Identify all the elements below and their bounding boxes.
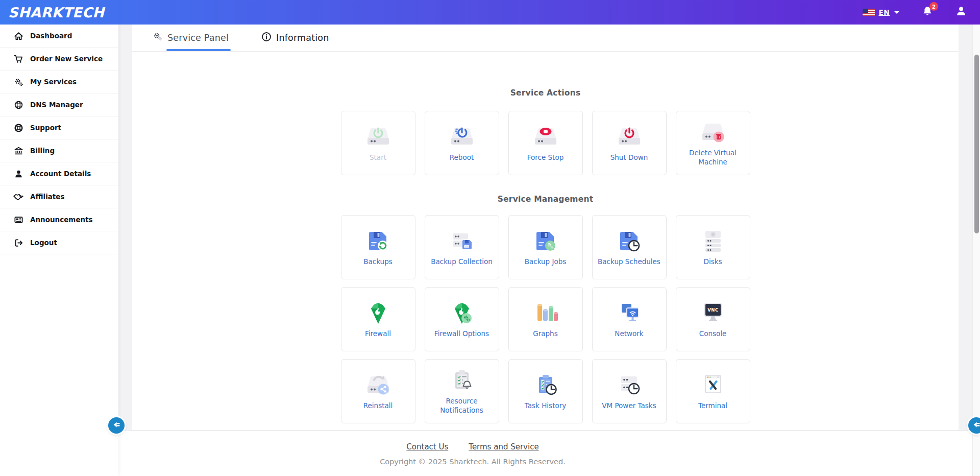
service-card-network[interactable]: Network — [592, 287, 667, 351]
top-bar: SHARKTECH EN 2 — [0, 0, 980, 25]
arrow-left-lines-icon — [112, 420, 121, 432]
user-icon — [13, 169, 23, 179]
service-card-vm-power-tasks[interactable]: VM Power Tasks — [592, 359, 667, 423]
language-switcher[interactable]: EN — [863, 8, 899, 16]
disks-icon — [699, 228, 727, 253]
us-flag-icon — [863, 9, 875, 16]
sidebar-item-announcements[interactable]: Announcements — [0, 208, 118, 231]
sidebar-item-order-new-service[interactable]: Order New Service — [0, 47, 118, 70]
console-icon: VNC — [699, 300, 727, 325]
task-history-icon — [532, 372, 559, 397]
notification-count-badge: 2 — [929, 2, 938, 11]
copyright-text: Copyright © 2025 Sharktech. All Rights R… — [0, 458, 945, 466]
handshake-icon — [13, 192, 23, 202]
section-service-actions: Service Actions Start Reboot Force Stop … — [132, 88, 959, 175]
footer-links: Contact Us Terms and Service — [0, 442, 945, 451]
service-card-reboot[interactable]: Reboot — [425, 111, 499, 175]
force-stop-icon — [532, 124, 559, 149]
sidebar-nav: Dashboard Order New Service My Services … — [0, 25, 118, 254]
chevron-down-icon — [894, 11, 899, 14]
service-card-graphs[interactable]: Graphs — [508, 287, 583, 351]
tile-grid: Backups Backup Collection Backup Jobs Ba… — [132, 215, 959, 423]
section-service-management: Service Management Backups Backup Collec… — [132, 195, 959, 423]
sidebar-item-logout[interactable]: Logout — [0, 231, 118, 254]
resource-notifications-icon — [448, 367, 476, 393]
shut-down-icon — [616, 124, 643, 149]
backup-collection-icon — [448, 228, 476, 253]
active-tab-indicator — [166, 49, 231, 51]
svg-text:VNC: VNC — [707, 307, 718, 313]
tab-information[interactable]: Information — [261, 25, 329, 51]
sidebar-item-dashboard[interactable]: Dashboard — [0, 25, 118, 47]
service-card-start: Start — [341, 111, 415, 175]
service-card-firewall-options[interactable]: Firewall Options — [425, 287, 499, 351]
contact-us-link[interactable]: Contact Us — [406, 442, 448, 451]
section-title: Service Management — [132, 195, 959, 204]
sharktech-logo: SHARKTECH — [8, 5, 104, 20]
cart-icon — [13, 54, 23, 64]
sidebar-item-support[interactable]: Support — [0, 116, 118, 139]
terms-and-service-link[interactable]: Terms and Service — [469, 442, 538, 451]
main-content-area: Service Panel Information Service Action… — [118, 25, 972, 431]
sidebar-item-affiliates[interactable]: Affiliates — [0, 185, 118, 208]
tab-bar: Service Panel Information — [132, 25, 959, 52]
service-card-firewall[interactable]: Firewall — [341, 287, 415, 351]
top-bar-controls: EN 2 — [863, 6, 967, 19]
tile-grid: Start Reboot Force Stop Shut Down Delete… — [132, 111, 959, 175]
service-card-delete-vm[interactable]: Delete Virtual Machine — [676, 111, 750, 175]
collapse-sidebar-button[interactable] — [108, 417, 125, 434]
sidebar-item-billing[interactable]: Billing — [0, 139, 118, 162]
service-card-task-history[interactable]: Task History — [508, 359, 583, 423]
terminal-icon — [699, 372, 727, 397]
lifering-icon — [13, 123, 23, 133]
arrow-left-lines-icon — [972, 420, 980, 432]
reinstall-icon — [364, 372, 392, 397]
sidebar-item-my-services[interactable]: My Services — [0, 70, 118, 93]
sidebar-item-dns-manager[interactable]: DNS Manager — [0, 93, 118, 116]
service-card-backup-schedules[interactable]: Backup Schedules — [592, 215, 667, 279]
service-card-force-stop[interactable]: Force Stop — [508, 111, 583, 175]
network-icon — [616, 300, 643, 325]
delete-vm-icon — [699, 119, 727, 145]
firewall-icon — [364, 300, 392, 325]
service-card-terminal[interactable]: Terminal — [676, 359, 750, 423]
scrollbar-thumb[interactable] — [974, 55, 979, 233]
bank-icon — [13, 146, 23, 156]
tab-service-panel[interactable]: Service Panel — [153, 25, 229, 51]
service-panel-card: Service Panel Information Service Action… — [132, 25, 959, 430]
gears-icon — [13, 77, 23, 87]
info-icon — [261, 32, 272, 44]
sidebar: Dashboard Order New Service My Services … — [0, 25, 118, 476]
user-menu-button[interactable] — [955, 6, 967, 19]
backup-schedules-icon — [616, 228, 643, 253]
page: SHARKTECH EN 2 Dashboard — [0, 0, 980, 476]
vm-power-tasks-icon — [616, 372, 643, 397]
gear-icon — [153, 32, 163, 44]
graphs-icon — [532, 300, 559, 325]
backup-jobs-icon — [532, 228, 559, 253]
logout-icon — [13, 237, 23, 248]
user-icon — [955, 6, 967, 19]
service-card-disks[interactable]: Disks — [676, 215, 750, 279]
section-title: Service Actions — [132, 88, 959, 98]
service-card-backup-collection[interactable]: Backup Collection — [425, 215, 499, 279]
footer: Contact Us Terms and Service Copyright ©… — [0, 431, 980, 476]
globe-icon — [13, 100, 23, 110]
service-card-reinstall[interactable]: Reinstall — [341, 359, 415, 423]
card-body: Service Actions Start Reboot Force Stop … — [132, 52, 959, 423]
start-icon — [364, 124, 392, 149]
scrollbar-track[interactable] — [972, 25, 980, 476]
service-card-backup-jobs[interactable]: Backup Jobs — [508, 215, 583, 279]
service-card-shut-down[interactable]: Shut Down — [592, 111, 667, 175]
sidebar-item-account-details[interactable]: Account Details — [0, 162, 118, 185]
service-card-backups[interactable]: Backups — [341, 215, 415, 279]
reboot-icon — [448, 124, 476, 149]
service-card-resource-notifications[interactable]: Resource Notifications — [425, 359, 499, 423]
home-icon — [13, 31, 23, 41]
service-card-console[interactable]: VNC Console — [676, 287, 750, 351]
backups-icon — [364, 228, 392, 253]
newspaper-icon — [13, 215, 23, 225]
firewall-options-icon — [448, 300, 476, 325]
notifications-button[interactable]: 2 — [922, 6, 933, 19]
language-label: EN — [878, 8, 890, 16]
